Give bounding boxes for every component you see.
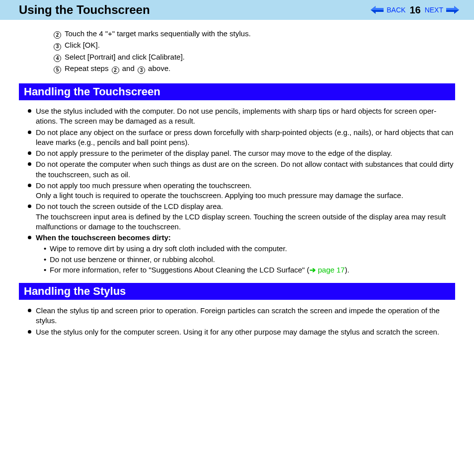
list-item: Do not apply too much pressure when oper… bbox=[28, 181, 455, 201]
list-item: Use the stylus only for the computer scr… bbox=[28, 327, 455, 337]
next-link[interactable]: NEXT bbox=[425, 6, 443, 14]
list-text: The touchscreen input area is defined by… bbox=[36, 212, 446, 231]
list-item: Clean the stylus tip and screen prior to… bbox=[28, 306, 455, 326]
step-3: 3 Click [OK]. bbox=[54, 40, 455, 50]
svg-marker-1 bbox=[371, 6, 384, 10]
list-text: Only a light touch is required to operat… bbox=[36, 191, 403, 200]
step-number-icon: 2 bbox=[54, 31, 61, 39]
touchscreen-bullets: Use the stylus included with the compute… bbox=[19, 106, 455, 275]
list-text: Do not apply too much pressure when oper… bbox=[36, 181, 251, 190]
list-text: Do not touch the screen outside of the L… bbox=[36, 202, 223, 210]
sub-text: ). bbox=[345, 266, 349, 274]
header-bar: Using the Touchscreen BACK 16 NEXT bbox=[0, 0, 474, 20]
sub-list-item: Do not use benzene or thinner, or rubbin… bbox=[44, 255, 455, 265]
step-5: 5 Repeat steps 2 and 3 above. bbox=[54, 64, 455, 73]
svg-marker-3 bbox=[446, 6, 459, 10]
step-text-part: and bbox=[120, 64, 137, 72]
page-link[interactable]: page 17 bbox=[316, 266, 345, 274]
back-link[interactable]: BACK bbox=[387, 6, 405, 14]
step-4: 4 Select [Portrait] and click [Calibrate… bbox=[54, 52, 455, 62]
next-arrow-icon[interactable] bbox=[446, 6, 459, 14]
list-item: Do not place any object on the surface o… bbox=[28, 128, 455, 148]
step-number-icon: 3 bbox=[54, 43, 61, 51]
section-heading-stylus: Handling the Stylus bbox=[19, 283, 455, 300]
step-text-part: Repeat steps bbox=[65, 64, 111, 72]
numbered-steps: 2 Touch the 4 "+" target marks sequentia… bbox=[19, 29, 455, 73]
step-number-icon: 5 bbox=[54, 66, 61, 73]
ref-step-3-icon: 3 bbox=[138, 67, 145, 74]
step-text: Touch the 4 "+" target marks sequentiall… bbox=[65, 29, 251, 39]
back-arrow-icon[interactable] bbox=[371, 6, 384, 14]
content-area: 2 Touch the 4 "+" target marks sequentia… bbox=[0, 20, 474, 337]
link-arrow-icon: ➔ bbox=[310, 266, 316, 274]
sub-bullets: Wipe to remove dirt by using a dry soft … bbox=[36, 244, 455, 275]
step-text: Select [Portrait] and click [Calibrate]. bbox=[65, 52, 185, 62]
ref-step-2-icon: 2 bbox=[112, 67, 119, 74]
stylus-bullets: Clean the stylus tip and screen prior to… bbox=[19, 306, 455, 337]
section-heading-touchscreen: Handling the Touchscreen bbox=[19, 83, 455, 100]
step-text: Repeat steps 2 and 3 above. bbox=[65, 64, 170, 73]
list-item: When the touchscreen becomes dirty: Wipe… bbox=[28, 233, 455, 275]
step-2: 2 Touch the 4 "+" target marks sequentia… bbox=[54, 29, 455, 39]
step-text: Click [OK]. bbox=[65, 40, 100, 50]
nav-group: BACK 16 NEXT bbox=[371, 4, 459, 16]
sub-list-item: For more information, refer to "Suggesti… bbox=[44, 265, 455, 275]
step-number-icon: 4 bbox=[54, 55, 61, 62]
list-text-bold: When the touchscreen becomes dirty: bbox=[36, 233, 171, 242]
list-item: Do not operate the computer when such th… bbox=[28, 159, 455, 180]
sub-text: For more information, refer to "Suggesti… bbox=[50, 266, 310, 274]
page-number: 16 bbox=[409, 4, 420, 16]
step-text-part: above. bbox=[146, 64, 170, 72]
list-item: Use the stylus included with the compute… bbox=[28, 106, 455, 127]
list-item: Do not apply pressure to the perimeter o… bbox=[28, 148, 455, 158]
sub-list-item: Wipe to remove dirt by using a dry soft … bbox=[44, 244, 455, 254]
list-item: Do not touch the screen outside of the L… bbox=[28, 202, 455, 232]
page-title: Using the Touchscreen bbox=[19, 3, 150, 17]
